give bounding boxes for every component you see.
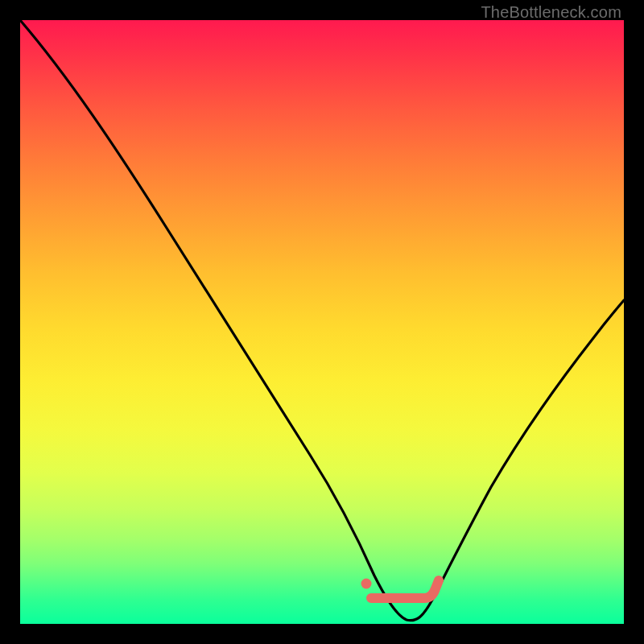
chart-frame: TheBottleneck.com [0, 0, 644, 644]
watermark-text: TheBottleneck.com [481, 3, 621, 22]
curve-path [20, 20, 624, 621]
bottleneck-curve [20, 20, 624, 624]
plot-area [20, 20, 624, 624]
svg-point-0 [361, 579, 372, 589]
optimal-marker [361, 579, 440, 599]
